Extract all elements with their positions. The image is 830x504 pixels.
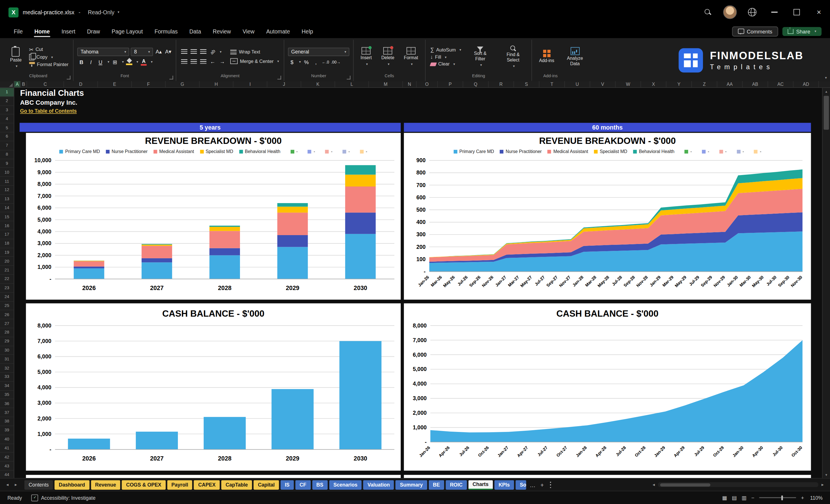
- account-button[interactable]: [719, 0, 741, 24]
- zoom-in-button[interactable]: +: [801, 495, 804, 501]
- share-button[interactable]: Share ▾: [783, 27, 822, 35]
- horizontal-scroll-thumb[interactable]: [660, 483, 710, 486]
- column-header-G[interactable]: G: [166, 81, 199, 87]
- vertical-scroll-thumb[interactable]: [824, 96, 829, 130]
- column-header-D[interactable]: D: [64, 81, 98, 87]
- font-color-button[interactable]: A: [140, 58, 148, 66]
- row-header-3[interactable]: 3: [0, 105, 14, 115]
- column-header-O[interactable]: O: [417, 81, 438, 87]
- paste-button[interactable]: Paste ▾: [7, 44, 25, 69]
- row-header-6[interactable]: 6: [0, 132, 14, 141]
- column-header-H[interactable]: H: [200, 81, 233, 87]
- align-left-button[interactable]: [180, 58, 188, 66]
- menu-tab-review[interactable]: Review: [208, 26, 236, 37]
- minimize-button[interactable]: [763, 0, 786, 24]
- menu-tab-view[interactable]: View: [237, 26, 260, 37]
- column-header-R[interactable]: R: [488, 81, 514, 87]
- analyze-data-button[interactable]: Analyze Data: [561, 46, 589, 67]
- row-header-7[interactable]: 7: [0, 141, 14, 150]
- menu-tab-formulas[interactable]: Formulas: [149, 26, 183, 37]
- row-header-19[interactable]: 19: [0, 248, 14, 257]
- menu-tab-draw[interactable]: Draw: [82, 26, 105, 37]
- column-header-U[interactable]: U: [565, 81, 590, 87]
- column-header-V[interactable]: V: [590, 81, 616, 87]
- row-header-32[interactable]: 32: [0, 364, 14, 373]
- row-header-4[interactable]: 4: [0, 115, 14, 124]
- decrease-font-size-button[interactable]: A▾: [164, 48, 172, 56]
- maximize-button[interactable]: [786, 0, 808, 24]
- align-right-button[interactable]: [199, 58, 207, 66]
- insert-cells-button[interactable]: Insert ▾: [357, 46, 375, 67]
- column-header-I[interactable]: I: [233, 81, 267, 87]
- row-header-23[interactable]: 23: [0, 284, 14, 293]
- autosum-button[interactable]: ∑ AutoSum ▾: [429, 46, 462, 53]
- page-break-view-button[interactable]: ▥: [742, 495, 746, 501]
- sheet-tab-bs[interactable]: BS: [312, 480, 327, 490]
- align-bottom-button[interactable]: [199, 48, 207, 56]
- row-header-43[interactable]: 43: [0, 462, 14, 471]
- column-header-M[interactable]: M: [369, 81, 403, 87]
- percent-style-button[interactable]: %: [302, 58, 310, 66]
- orientation-button[interactable]: ab: [209, 48, 217, 56]
- increase-font-size-button[interactable]: A▴: [155, 48, 163, 56]
- copy-button[interactable]: Copy ▾: [28, 53, 69, 61]
- sheet-tab-payroll[interactable]: Payroll: [167, 480, 192, 490]
- row-header-30[interactable]: 30: [0, 346, 14, 355]
- page-layout-view-button[interactable]: ▤: [732, 495, 737, 501]
- select-all-corner[interactable]: [0, 81, 14, 87]
- sheet-tab-be[interactable]: BE: [429, 480, 444, 490]
- column-header-AA[interactable]: AA: [717, 81, 743, 87]
- row-header-38[interactable]: 38: [0, 417, 14, 426]
- sheet-tab-scenarios[interactable]: Scenarios: [329, 480, 362, 490]
- format-cells-button[interactable]: Format ▾: [401, 46, 421, 67]
- menu-tab-file[interactable]: File: [8, 26, 28, 37]
- zoom-slider[interactable]: [759, 497, 796, 498]
- italic-button[interactable]: I: [87, 58, 95, 66]
- column-header-K[interactable]: K: [301, 81, 335, 87]
- row-header-41[interactable]: 41: [0, 444, 14, 453]
- underline-button[interactable]: U: [96, 58, 104, 66]
- clear-button[interactable]: Clear ▾: [429, 61, 462, 67]
- column-header-Z[interactable]: Z: [692, 81, 717, 87]
- sheet-tab-cogs-opex[interactable]: COGS & OPEX: [122, 480, 166, 490]
- sheet-tab-kpis[interactable]: KPIs: [494, 480, 514, 490]
- row-header-31[interactable]: 31: [0, 355, 14, 364]
- column-header-S[interactable]: S: [514, 81, 539, 87]
- sheet-nav-prev-button[interactable]: ◄: [3, 483, 12, 486]
- row-header-1[interactable]: 1: [0, 88, 14, 97]
- collapse-ribbon-button[interactable]: ▾: [825, 76, 827, 80]
- cut-button[interactable]: ✂ Cut: [28, 45, 69, 53]
- delete-cells-button[interactable]: Delete ▾: [378, 46, 397, 67]
- column-header-A[interactable]: A: [14, 81, 21, 87]
- row-header-8[interactable]: 8: [0, 150, 14, 159]
- addins-button[interactable]: Add-ins: [536, 49, 558, 64]
- sheet-tab-charts[interactable]: Charts: [468, 480, 492, 490]
- read-only-badge[interactable]: Read-Only ▾: [85, 8, 122, 17]
- excel-app-icon[interactable]: X: [8, 7, 19, 17]
- search-button[interactable]: [697, 0, 719, 24]
- row-header-14[interactable]: 14: [0, 204, 14, 213]
- accounting-format-button[interactable]: $: [288, 58, 296, 66]
- column-header-X[interactable]: X: [641, 81, 666, 87]
- sort-filter-button[interactable]: Sort & Filter ▾: [465, 45, 495, 68]
- row-header-36[interactable]: 36: [0, 399, 14, 408]
- sheet-tab-capex[interactable]: CAPEX: [194, 480, 220, 490]
- more-sheets-button[interactable]: …: [528, 481, 537, 488]
- sheet-tab-revenue[interactable]: Revenue: [91, 480, 120, 490]
- horizontal-scrollbar[interactable]: ◄ ►: [649, 478, 827, 491]
- sheet-tab-capital[interactable]: Capital: [254, 480, 279, 490]
- column-header-C[interactable]: C: [27, 81, 64, 87]
- sheet-options-button[interactable]: [549, 481, 552, 488]
- sheet-tab-cf[interactable]: CF: [295, 480, 311, 490]
- row-header-26[interactable]: 26: [0, 310, 14, 319]
- row-header-5[interactable]: 5: [0, 124, 14, 132]
- row-header-34[interactable]: 34: [0, 382, 14, 390]
- sheet-tab-captable[interactable]: CapTable: [221, 480, 252, 490]
- zoom-level[interactable]: 110%: [809, 495, 823, 501]
- row-header-9[interactable]: 9: [0, 159, 14, 168]
- normal-view-button[interactable]: ▦: [722, 495, 727, 501]
- align-center-button[interactable]: [190, 58, 198, 66]
- clipboard-dialog-launcher[interactable]: [67, 76, 71, 80]
- column-header-J[interactable]: J: [267, 81, 301, 87]
- row-header-35[interactable]: 35: [0, 390, 14, 399]
